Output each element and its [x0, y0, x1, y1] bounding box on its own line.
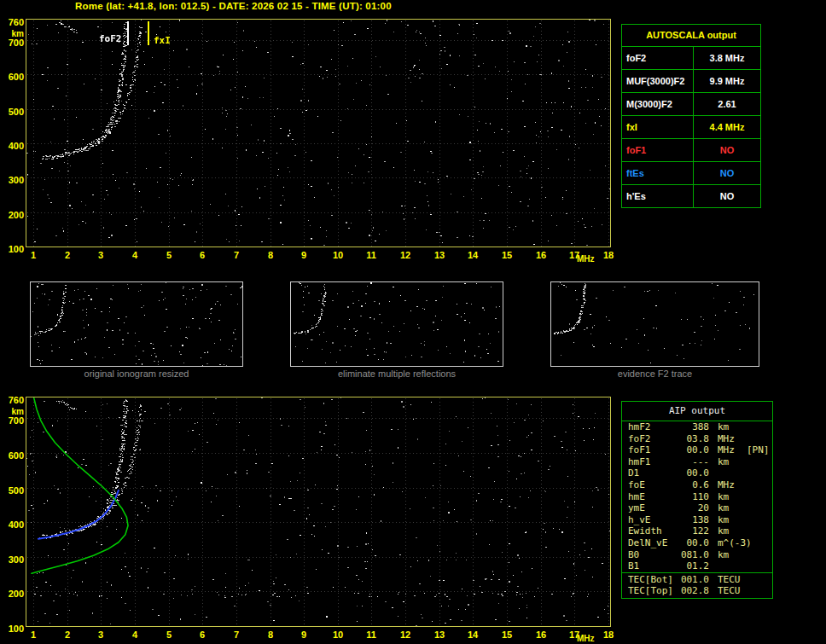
x-tick-label: 7	[234, 629, 239, 640]
panel-caption-evidence: evidence F2 trace	[550, 368, 759, 379]
aip-row-value: 122	[666, 525, 709, 537]
autoscala-row-value: NO	[694, 185, 760, 207]
aip-row-value: 00.0	[666, 537, 709, 549]
autoscala-row: MUF(3000)F29.9 MHz	[622, 70, 760, 93]
autoscala-row-label: h'Es	[622, 185, 694, 207]
aip-row: hmF1---km	[622, 456, 772, 468]
aip-table-title: AIP output	[622, 402, 772, 421]
aip-row-extra: [PN]	[747, 444, 770, 456]
autoscala-row-value: NO	[694, 139, 760, 161]
x-tick-label: 3	[98, 250, 103, 260]
y-tick-label: 500	[2, 485, 24, 496]
y-tick-label: 300	[2, 175, 24, 185]
panel-original-ionogram	[30, 281, 243, 367]
aip-row: Ewidth122km	[622, 525, 772, 537]
y-tick-label: 600	[2, 72, 24, 82]
y-tick-label: 200	[2, 589, 24, 599]
x-tick-label: 4	[132, 629, 137, 640]
panel-original-canvas	[31, 282, 242, 366]
aip-row-label: foF1	[628, 444, 651, 456]
y-tick-label: 300	[2, 554, 24, 565]
y-tick-label: 100	[2, 624, 24, 634]
y-tick-label: 760	[2, 395, 24, 405]
aip-row-label: foF2	[628, 433, 651, 445]
ionogram-top-plot	[26, 19, 611, 247]
y-tick-label: 400	[2, 141, 24, 151]
aip-row: h_vE138km	[622, 514, 772, 526]
aip-row: TEC[Top]002.8TECU	[622, 585, 772, 597]
panel-evidence-f2-trace	[550, 281, 759, 367]
autoscala-table-title: AUTOSCALA output	[622, 25, 760, 47]
x-axis-unit-label: MHz	[577, 254, 595, 264]
aip-row: B101.2	[622, 560, 772, 572]
aip-row-unit: km	[718, 456, 729, 468]
y-tick-label: 760	[2, 17, 24, 27]
aip-row-label: D1	[628, 467, 639, 479]
x-tick-label: 12	[400, 629, 410, 640]
autoscala-row-value: 4.4 MHz	[694, 116, 760, 138]
x-tick-label: 14	[468, 250, 478, 260]
aip-row-unit: m^(-3)	[718, 537, 752, 549]
aip-row-value: 01.2	[666, 560, 709, 572]
aip-row-unit: km	[718, 549, 729, 561]
aip-row-value: 03.8	[666, 433, 709, 445]
aip-row-unit: km	[718, 421, 729, 433]
autoscala-row-label: foF2	[622, 47, 694, 69]
autoscala-row-value: 2.61	[694, 93, 760, 115]
ionogram-bottom-canvas	[26, 397, 610, 626]
x-tick-label: 1	[31, 250, 36, 260]
aip-row-value: 20	[666, 502, 709, 514]
aip-row-value: 0.6	[666, 479, 709, 491]
x-tick-label: 14	[468, 629, 478, 640]
x-tick-label: 13	[434, 250, 445, 260]
x-tick-label: 9	[301, 250, 306, 260]
x-tick-label: 5	[166, 250, 172, 260]
x-tick-label: 10	[333, 629, 343, 640]
aip-row-label: ymE	[628, 502, 645, 514]
x-tick-label: 2	[65, 250, 70, 260]
aip-row-unit: km	[718, 491, 729, 503]
x-tick-label: 16	[536, 629, 546, 640]
y-tick-label: 700	[2, 415, 24, 426]
autoscala-table-rows: foF23.8 MHzMUF(3000)F29.9 MHzM(3000)F22.…	[622, 47, 760, 207]
aip-row-unit: km	[718, 525, 729, 537]
panel-evidence-canvas	[551, 282, 759, 366]
aip-row-value: 138	[666, 514, 709, 526]
aip-row-label: hmE	[628, 491, 645, 503]
aip-row-label: h_vE	[628, 514, 651, 526]
x-tick-label: 12	[400, 250, 410, 260]
aip-row-unit: MHz	[718, 433, 735, 445]
aip-row-value: ---	[666, 456, 709, 468]
autoscala-row-value: 9.9 MHz	[694, 70, 760, 92]
x-tick-label: 7	[234, 250, 239, 260]
x-tick-label: 4	[132, 250, 137, 260]
panel-eliminate-reflections	[290, 281, 503, 367]
aip-row-label: hmF2	[628, 421, 651, 433]
aip-row-label: hmF1	[628, 456, 651, 468]
autoscala-row-label: M(3000)F2	[622, 93, 694, 115]
aip-row: foF100.0MHz[PN]	[622, 444, 772, 456]
autoscala-row-label: ftEs	[622, 162, 694, 184]
x-tick-label: 11	[366, 250, 376, 260]
aip-row: foF203.8MHz	[622, 433, 772, 445]
page-title: Rome (lat: +41.8, lon: 012.5) - DATE: 20…	[75, 1, 392, 11]
y-tick-label: 400	[2, 519, 24, 530]
aip-row-value: 388	[666, 421, 709, 433]
aip-table-tec-rows: TEC[Bot]001.0TECUTEC[Top]002.8TECU	[622, 572, 772, 598]
autoscala-row-label: MUF(3000)F2	[622, 70, 694, 92]
x-tick-label: 9	[301, 629, 306, 640]
aip-row: D100.0	[622, 467, 772, 479]
aip-row-label: B1	[628, 560, 639, 572]
aip-row-unit: TECU	[718, 585, 741, 597]
aip-row-label: Ewidth	[628, 525, 662, 537]
aip-row-value: 00.0	[666, 467, 709, 479]
autoscala-row: h'EsNO	[622, 185, 760, 207]
autoscala-row: ftEsNO	[622, 162, 760, 185]
aip-table-rows: hmF2388kmfoF203.8MHzfoF100.0MHz[PN]hmF1-…	[622, 421, 772, 572]
autoscala-row: M(3000)F22.61	[622, 93, 760, 116]
x-tick-label: 6	[200, 250, 205, 260]
aip-row-unit: TECU	[718, 574, 741, 586]
autoscala-row: fxI4.4 MHz	[622, 116, 760, 139]
aip-row-value: 002.8	[666, 585, 709, 597]
aip-row-label: DelN_vE	[628, 537, 667, 549]
